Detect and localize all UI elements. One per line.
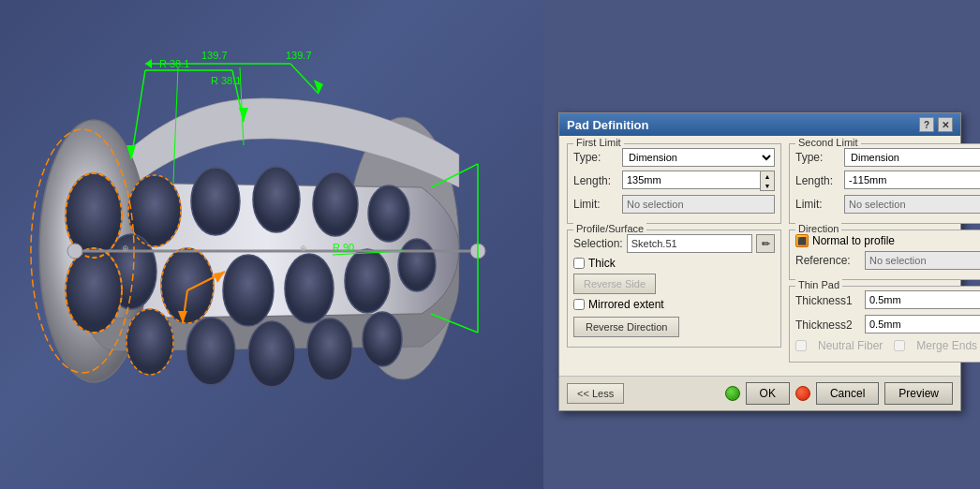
3d-viewport[interactable]: R 38.1 139.7 139.7 R 38.1 R 90 ⊕ ⊕ bbox=[0, 0, 543, 489]
normal-profile-icon: ⬛ bbox=[795, 234, 809, 247]
thick-row: Thick bbox=[573, 257, 775, 270]
svg-text:⊕: ⊕ bbox=[300, 244, 307, 253]
first-limit-length-row: Length: 135mm ▲ ▼ bbox=[573, 170, 775, 191]
dialog-titlebar: Pad Definition ? ✕ bbox=[559, 113, 960, 136]
second-limit-type-row: Type: Dimension Up to next Up to last bbox=[795, 148, 980, 167]
first-type-label: Type: bbox=[573, 151, 618, 164]
svg-point-13 bbox=[398, 239, 436, 291]
mirrored-label: Mirrored extent bbox=[588, 298, 664, 311]
svg-line-36 bbox=[290, 64, 319, 94]
profile-surface-label: Profile/Surface bbox=[573, 223, 646, 234]
svg-point-10 bbox=[223, 255, 274, 326]
reverse-side-button[interactable]: Reverse Side bbox=[573, 274, 656, 294]
reverse-side-row: Reverse Side bbox=[573, 274, 775, 294]
ok-circle-icon bbox=[725, 386, 740, 401]
reference-field[interactable]: No selection bbox=[865, 251, 980, 270]
first-length-down[interactable]: ▼ bbox=[761, 181, 774, 190]
svg-point-7 bbox=[368, 185, 409, 242]
svg-point-18 bbox=[363, 312, 402, 366]
first-limit-text-label: Limit: bbox=[573, 198, 618, 211]
second-limit-group: Second Limit Type: Dimension Up to next … bbox=[789, 143, 980, 224]
second-length-spinner: -115mm ▲ ▼ bbox=[844, 170, 980, 191]
first-length-spinner-btns: ▲ ▼ bbox=[760, 170, 775, 191]
svg-point-15 bbox=[186, 318, 235, 385]
thickness1-input[interactable]: 0.5mm bbox=[865, 290, 980, 309]
svg-point-26 bbox=[67, 244, 82, 259]
selection-label: Selection: bbox=[573, 237, 623, 250]
second-limit-text-label: Limit: bbox=[795, 198, 840, 211]
normal-to-profile-row: ⬛ Normal to profile bbox=[795, 234, 980, 247]
profile-surface-group: Profile/Surface Selection: Sketch.51 ✏ T… bbox=[567, 230, 781, 348]
cancel-button[interactable]: Cancel bbox=[816, 382, 879, 405]
second-type-select[interactable]: Dimension Up to next Up to last bbox=[844, 148, 980, 167]
mirrored-checkbox[interactable] bbox=[573, 299, 585, 310]
footer-left: << Less bbox=[567, 383, 624, 404]
dialog-footer: << Less OK Cancel Preview bbox=[559, 376, 960, 410]
first-limit-type-row: Type: Dimension Up to next Up to last bbox=[573, 148, 775, 167]
right-column: Second Limit Type: Dimension Up to next … bbox=[789, 143, 980, 368]
second-length-label: Length: bbox=[795, 174, 840, 187]
thin-pad-group: Thin Pad Thickness1 0.5mm ▲ ▼ Thickness2 bbox=[789, 286, 980, 363]
svg-text:R 90: R 90 bbox=[333, 242, 354, 253]
second-type-label: Type: bbox=[795, 151, 840, 164]
thick-label: Thick bbox=[588, 257, 616, 270]
thickness2-spinner: 0.5mm ▲ ▼ bbox=[865, 315, 980, 335]
reverse-direction-button[interactable]: Reverse Direction bbox=[573, 317, 679, 337]
thick-checkbox[interactable] bbox=[573, 258, 585, 269]
merge-ends-label: Merge Ends bbox=[916, 339, 977, 352]
svg-point-6 bbox=[313, 172, 358, 236]
ok-button[interactable]: OK bbox=[746, 382, 790, 405]
thin-pad-options-row: Neutral Fiber Merge Ends bbox=[795, 339, 980, 352]
thickness1-label: Thickness1 bbox=[795, 294, 861, 307]
svg-point-4 bbox=[191, 168, 240, 235]
titlebar-buttons: ? ✕ bbox=[919, 117, 953, 132]
thickness1-row: Thickness1 0.5mm ▲ ▼ bbox=[795, 290, 980, 311]
reference-label: Reference: bbox=[795, 254, 861, 267]
mirrored-row: Mirrored extent bbox=[573, 298, 775, 311]
cancel-circle-icon bbox=[795, 386, 810, 401]
svg-text:139.7: 139.7 bbox=[201, 50, 228, 61]
preview-button[interactable]: Preview bbox=[884, 382, 953, 405]
direction-group: Direction ⬛ Normal to profile Reference:… bbox=[789, 230, 980, 280]
footer-right: OK Cancel Preview bbox=[725, 382, 953, 405]
thickness2-label: Thickness2 bbox=[795, 319, 861, 332]
selection-row: Selection: Sketch.51 ✏ bbox=[573, 234, 775, 253]
svg-text:⊕: ⊕ bbox=[122, 244, 129, 253]
second-length-input[interactable]: -115mm bbox=[844, 170, 980, 189]
first-length-spinner: 135mm ▲ ▼ bbox=[622, 170, 775, 191]
svg-marker-38 bbox=[314, 80, 323, 94]
second-limit-label: Second Limit bbox=[795, 137, 861, 148]
thin-pad-label: Thin Pad bbox=[795, 279, 842, 290]
less-button[interactable]: << Less bbox=[567, 383, 624, 404]
first-length-input[interactable]: 135mm bbox=[622, 170, 760, 189]
first-length-up[interactable]: ▲ bbox=[761, 171, 774, 181]
svg-point-17 bbox=[307, 319, 352, 380]
thickness2-input[interactable]: 0.5mm bbox=[865, 315, 980, 333]
neutral-fiber-label: Neutral Fiber bbox=[818, 339, 883, 352]
edit-sketch-button[interactable]: ✏ bbox=[756, 234, 775, 253]
svg-point-11 bbox=[285, 254, 334, 323]
first-type-select[interactable]: Dimension Up to next Up to last bbox=[622, 148, 775, 167]
reverse-direction-row: Reverse Direction bbox=[573, 315, 775, 337]
help-button[interactable]: ? bbox=[919, 117, 934, 132]
close-button[interactable]: ✕ bbox=[938, 117, 953, 132]
merge-ends-checkbox[interactable] bbox=[894, 340, 905, 351]
pad-definition-dialog: Pad Definition ? ✕ First Limit Type: Dim… bbox=[558, 112, 961, 411]
first-limit-label: First Limit bbox=[573, 137, 624, 148]
svg-text:R 38.1: R 38.1 bbox=[159, 58, 189, 69]
second-limit-row: Limit: No selection bbox=[795, 195, 980, 214]
direction-label: Direction bbox=[795, 223, 841, 234]
second-limit-field[interactable]: No selection bbox=[844, 195, 980, 214]
reference-row: Reference: No selection bbox=[795, 251, 980, 270]
second-limit-length-row: Length: -115mm ▲ ▼ bbox=[795, 170, 980, 191]
svg-text:139.7: 139.7 bbox=[286, 50, 312, 61]
neutral-fiber-checkbox[interactable] bbox=[795, 340, 807, 351]
first-limit-group: First Limit Type: Dimension Up to next U… bbox=[567, 143, 781, 224]
dialog-title: Pad Definition bbox=[567, 118, 648, 132]
svg-marker-37 bbox=[145, 59, 152, 68]
thickness2-row: Thickness2 0.5mm ▲ ▼ bbox=[795, 315, 980, 335]
first-limit-field[interactable]: No selection bbox=[622, 195, 775, 214]
first-length-label: Length: bbox=[573, 174, 618, 187]
thickness1-spinner: 0.5mm ▲ ▼ bbox=[865, 290, 980, 311]
selection-field[interactable]: Sketch.51 bbox=[627, 234, 752, 253]
